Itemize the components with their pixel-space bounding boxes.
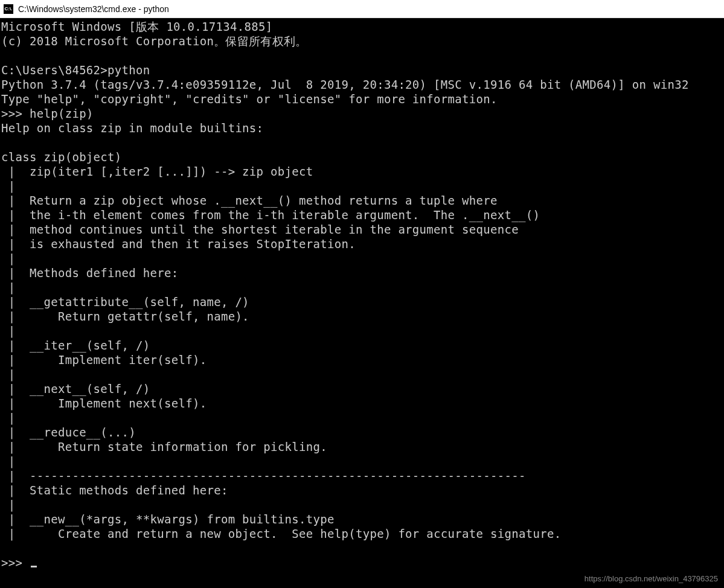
output-line: | Methods defined here: — [1, 266, 178, 280]
window-title: C:\Windows\system32\cmd.exe - python — [18, 4, 169, 14]
output-line: | — [1, 411, 15, 424]
output-line: | — [1, 252, 15, 265]
output-line: | — [1, 368, 15, 381]
python-prompt: >>> — [1, 107, 30, 120]
output-line: (c) 2018 Microsoft Corporation。保留所有权利。 — [1, 34, 307, 48]
output-line: | — [1, 179, 15, 193]
output-line: | — [1, 455, 15, 468]
output-line: Microsoft Windows [版本 10.0.17134.885] — [1, 20, 272, 33]
window-titlebar[interactable]: C:\. C:\Windows\system32\cmd.exe - pytho… — [0, 0, 724, 18]
output-line: | __new__(*args, **kwargs) from builtins… — [1, 513, 335, 526]
output-line: | __getattribute__(self, name, /) — [1, 295, 249, 308]
python-prompt: >>> — [1, 556, 30, 569]
output-line: | — [1, 324, 15, 337]
cursor — [31, 566, 37, 567]
output-line: | is exhausted and then it raises StopIt… — [1, 237, 356, 251]
output-line: | Implement iter(self). — [1, 353, 207, 366]
output-line: Python 3.7.4 (tags/v3.7.4:e09359112e, Ju… — [1, 78, 689, 91]
output-line: | Return a zip object whose .__next__() … — [1, 194, 498, 207]
terminal-output[interactable]: Microsoft Windows [版本 10.0.17134.885] (c… — [0, 18, 724, 571]
user-input: help(zip) — [30, 107, 94, 120]
output-line: | — [1, 498, 15, 511]
output-line: | the i-th element comes from the i-th i… — [1, 208, 540, 222]
output-line: | Return state information for pickling. — [1, 440, 327, 453]
output-line: | --------------------------------------… — [1, 469, 526, 482]
output-line: | method continues until the shortest it… — [1, 223, 519, 236]
output-line: | Create and return a new object. See he… — [1, 527, 561, 540]
output-line: | Implement next(self). — [1, 397, 207, 410]
output-line: | Static methods defined here: — [1, 484, 228, 497]
output-line: | __next__(self, /) — [1, 382, 150, 395]
output-line: | zip(iter1 [,iter2 [...]]) --> zip obje… — [1, 165, 313, 178]
output-line: | — [1, 281, 15, 294]
output-line: | Return getattr(self, name). — [1, 310, 249, 323]
user-input: python — [107, 63, 150, 77]
output-line: | __reduce__(...) — [1, 426, 136, 439]
cmd-icon: C:\. — [4, 4, 13, 14]
output-line: class zip(object) — [1, 150, 122, 164]
watermark: https://blog.csdn.net/weixin_43796325 — [585, 574, 718, 583]
output-line: | __iter__(self, /) — [1, 339, 150, 352]
prompt-path: C:\Users\84562> — [1, 63, 107, 77]
output-line: Help on class zip in module builtins: — [1, 121, 263, 135]
output-line: Type "help", "copyright", "credits" or "… — [1, 92, 498, 106]
